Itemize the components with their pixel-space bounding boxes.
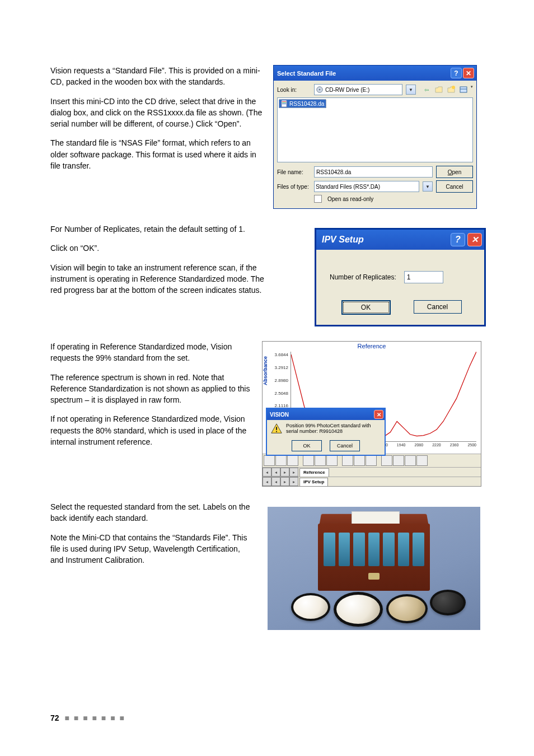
- file-item-selected[interactable]: RSS10428.da: [279, 99, 326, 108]
- cd-drive-icon: [316, 86, 324, 94]
- dropdown-arrow-icon[interactable]: ▼: [406, 85, 416, 95]
- open-button[interactable]: Open: [436, 166, 473, 178]
- back-icon[interactable]: ⇦: [421, 85, 432, 95]
- toolbar-button[interactable]: [264, 455, 275, 466]
- svg-rect-3: [460, 87, 467, 92]
- dropdown-arrow-icon[interactable]: ▼: [423, 181, 433, 192]
- body-text: If operating in Reference Standardized m…: [50, 341, 252, 364]
- toolbar-button[interactable]: [405, 455, 416, 466]
- toolbar-button[interactable]: [303, 455, 314, 466]
- toolbar-button[interactable]: [381, 455, 392, 466]
- file-list[interactable]: RSS10428.da: [277, 97, 473, 162]
- close-icon[interactable]: ✕: [467, 233, 482, 246]
- ok-button[interactable]: OK: [341, 300, 391, 315]
- body-text: For Number of Replicates, retain the def…: [50, 223, 277, 235]
- svg-rect-7: [282, 102, 286, 103]
- readonly-checkbox[interactable]: [314, 195, 322, 203]
- cancel-button[interactable]: Cancel: [414, 300, 462, 314]
- toolbar-button[interactable]: [287, 455, 298, 466]
- dialog-title: Select Standard File: [277, 70, 449, 77]
- readonly-label: Open as read-only: [327, 196, 373, 202]
- page-footer: 72 ■ ■ ■ ■ ■ ■ ■: [50, 713, 125, 722]
- toolbar-button[interactable]: [315, 455, 326, 466]
- toolbar-button[interactable]: [393, 455, 404, 466]
- body-text: Vision will begin to take an instrument …: [50, 262, 277, 296]
- replicates-label: Number of Replicates:: [330, 273, 396, 281]
- body-text: Note the Mini-CD that contains the “Stan…: [50, 532, 252, 566]
- dialog-title: VISION: [270, 412, 373, 418]
- body-text: Click on “OK”.: [50, 242, 277, 254]
- svg-point-1: [319, 89, 321, 91]
- svg-rect-10: [276, 431, 277, 432]
- tab-nav[interactable]: ◂◂▸▸: [263, 468, 298, 477]
- body-text: The standard file is “NSAS File” format,…: [50, 137, 263, 171]
- toolbar-button[interactable]: [366, 455, 377, 466]
- tab-reference[interactable]: Reference: [299, 468, 329, 477]
- page-number: 72: [50, 713, 59, 722]
- ok-button[interactable]: OK: [292, 440, 322, 451]
- select-standard-file-dialog: Select Standard File ? ✕ Look in: CD-RW …: [273, 65, 477, 209]
- close-icon[interactable]: ✕: [463, 68, 474, 78]
- cancel-button[interactable]: Cancel: [436, 180, 473, 193]
- toolbar-button[interactable]: [342, 455, 353, 466]
- svg-rect-8: [282, 104, 286, 104]
- dialog-title: IPV Setup: [322, 235, 448, 245]
- filetype-dropdown[interactable]: Standard Files (RSS*.DA): [314, 181, 419, 192]
- file-icon: [281, 100, 288, 107]
- toolbar-button[interactable]: [275, 455, 287, 466]
- body-text: Vision requests a “Standard File”. This …: [50, 65, 263, 88]
- ipv-setup-dialog: IPV Setup ? ✕ Number of Replicates: 1 OK…: [315, 228, 486, 326]
- vision-message-dialog: VISION ✕ Position 99% PhotoCert standard…: [266, 408, 386, 456]
- lookin-label: Look in:: [277, 87, 311, 93]
- chart-title: Reference: [263, 342, 481, 351]
- reference-chart-panel: Reference Absorbance 3.68443.29122.89802…: [262, 341, 481, 487]
- warning-icon: [270, 423, 283, 435]
- svg-rect-9: [276, 427, 277, 430]
- help-icon[interactable]: ?: [451, 68, 462, 78]
- tab-ipv-setup[interactable]: IPV Setup: [299, 478, 328, 486]
- help-icon[interactable]: ?: [451, 233, 465, 246]
- toolbar-button[interactable]: [416, 455, 428, 466]
- up-folder-icon[interactable]: [434, 85, 444, 95]
- views-dropdown-icon[interactable]: ▾: [471, 85, 473, 95]
- filetype-label: Files of type:: [277, 184, 311, 190]
- replicates-input[interactable]: 1: [404, 271, 443, 283]
- filename-input[interactable]: RSS10428.da: [314, 166, 433, 178]
- svg-rect-6: [282, 101, 286, 102]
- standards-kit-photo: [268, 507, 480, 630]
- close-icon[interactable]: ✕: [374, 410, 383, 419]
- svg-point-2: [452, 86, 455, 89]
- views-icon[interactable]: [458, 85, 469, 95]
- body-text: Insert this mini-CD into the CD drive, s…: [50, 96, 263, 130]
- body-text: The reference spectrum is shown in red. …: [50, 372, 252, 406]
- toolbar-button[interactable]: [326, 455, 338, 466]
- lookin-dropdown[interactable]: CD-RW Drive (E:): [314, 84, 402, 95]
- lookin-value: CD-RW Drive (E:): [325, 87, 369, 93]
- tab-nav[interactable]: ◂◂▸▸: [263, 477, 298, 486]
- footer-dots-icon: ■ ■ ■ ■ ■ ■ ■: [64, 713, 125, 722]
- cancel-button[interactable]: Cancel: [330, 440, 360, 451]
- new-folder-icon[interactable]: [446, 85, 456, 95]
- toolbar-button[interactable]: [354, 455, 365, 466]
- body-text: If not operating in Reference Standardiz…: [50, 413, 252, 447]
- filename-label: File name:: [277, 169, 311, 175]
- message-text: Position 99% PhotoCert standard with ser…: [286, 423, 381, 434]
- body-text: Select the requested standard from the s…: [50, 501, 252, 524]
